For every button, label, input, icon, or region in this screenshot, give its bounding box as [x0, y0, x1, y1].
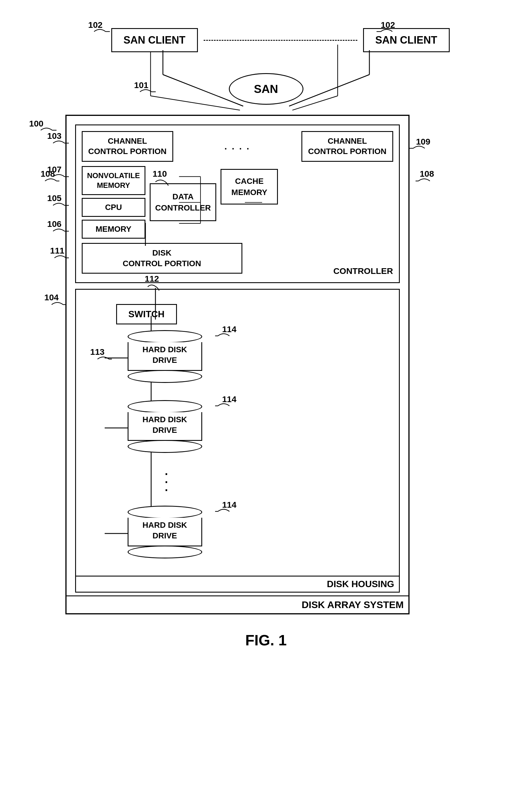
full-diagram: 102 SAN CLIENT 102 SAN CLIENT 101 [66, 17, 467, 649]
fig-label: FIG. 1 [66, 632, 467, 649]
disk-housing-label: DISK HOUSING [76, 576, 399, 592]
svg-line-39 [167, 183, 168, 186]
data-controller-box: DATACONTROLLER [150, 183, 216, 221]
hdd-3-label: HARD DISKDRIVE [128, 520, 202, 541]
disk-array-label: DISK ARRAY SYSTEM [67, 595, 408, 613]
cpu-box: CPU [82, 198, 145, 217]
memory-box: MEMORY [82, 220, 145, 238]
disk-housing: 104 112 SWITCH 113 [75, 289, 400, 593]
san-ellipse: SAN [229, 73, 303, 105]
disk-array-system: 100 109 CONTROLLER 103 [66, 115, 409, 614]
svg-line-52 [158, 288, 159, 291]
switch-box: SWITCH [116, 304, 177, 324]
hdd-2: 114 HARD DISKDRIVE [128, 400, 202, 453]
hdd-1: 114 [128, 330, 202, 383]
san-dashed-line [204, 40, 357, 41]
nonvolatile-memory-box: NONVOLATILEMEMORY [82, 166, 145, 195]
hdd-1-label: HARD DISKDRIVE [128, 345, 202, 365]
san-client-left-box: SAN CLIENT [111, 28, 198, 52]
hdd-3: 114 HARD DISKDRIVE [128, 506, 202, 559]
channel-dots: . . . . [176, 141, 299, 152]
channel-control-right: CHANNELCONTROL PORTION [301, 131, 393, 162]
disk-control-box: DISKCONTROL PORTION [82, 243, 242, 274]
cache-memory-box: CACHEMEMORY [220, 169, 278, 204]
controller-section: 109 CONTROLLER 103 CHANNELCONTROL PORTIO… [75, 125, 400, 283]
hdd-2-label: HARD DISKDRIVE [128, 415, 202, 435]
channel-control-left: CHANNELCONTROL PORTION [82, 131, 173, 162]
